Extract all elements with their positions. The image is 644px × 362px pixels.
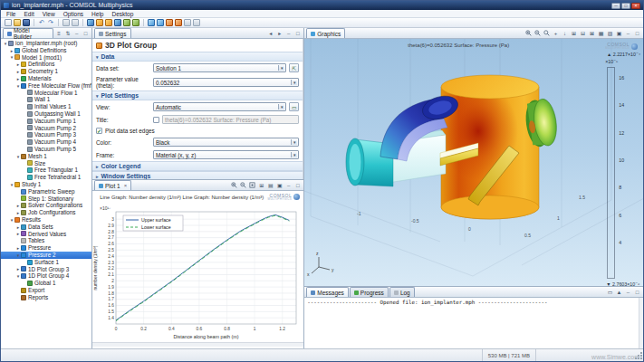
menu-file[interactable]: File — [6, 10, 15, 18]
msg-maximize-icon[interactable]: □ — [633, 288, 641, 296]
tree-node-free-triangular-1[interactable]: Free Triangular 1 — [1, 167, 91, 174]
settings-forward-icon[interactable]: ▸ — [275, 29, 284, 37]
gfx-view-yz-button[interactable]: ⊟ — [579, 29, 587, 37]
plot-maximize-icon[interactable]: □ — [293, 181, 302, 189]
frame-select[interactable]: Material (x, y, z) ▾ — [153, 150, 299, 159]
tree-node-global-definitions[interactable]: ▸Global Definitions — [1, 47, 91, 54]
tree-node-surface-1[interactable]: Surface 1 — [1, 259, 91, 266]
tree-node-global-1[interactable]: Global 1 — [1, 280, 91, 287]
plot-zoom-out-button[interactable] — [239, 181, 247, 189]
material-icon[interactable] — [105, 19, 112, 26]
settings-back-icon[interactable]: ◂ — [266, 29, 274, 37]
tree-node-vacuum-pump-4[interactable]: Vacuum Pump 4 — [1, 138, 91, 146]
tree-node-1d-plot-group-4[interactable]: ▾1D Plot Group 4 — [1, 272, 91, 280]
resize-grip[interactable] — [634, 351, 642, 359]
goto-source-button[interactable]: ⇱ — [289, 63, 299, 72]
model-wizard-icon[interactable] — [87, 19, 94, 26]
tree-node-study-1[interactable]: ▾Study 1 — [1, 181, 91, 188]
close-window-button[interactable]: × — [631, 3, 640, 9]
gfx-zoom-in-button[interactable] — [524, 29, 533, 37]
section-color-legend[interactable]: ▸ Color Legend — [92, 161, 303, 171]
mesh-icon[interactable] — [123, 19, 130, 26]
tree-collapse-icon[interactable]: ≡ — [55, 29, 63, 37]
gfx-view-xy-button[interactable]: ⊞ — [570, 29, 578, 37]
msg-warning-icon[interactable]: ▲ — [615, 288, 623, 296]
tree-node-job-configurations[interactable]: ▸Job Configurations — [1, 209, 91, 216]
tree-node-data-sets[interactable]: ▸Data Sets — [1, 224, 91, 231]
tree-node-solver-configurations[interactable]: ▸Solver Configurations — [1, 202, 91, 209]
plot-icon[interactable] — [175, 19, 182, 26]
tree-node-vacuum-pump-5[interactable]: Vacuum Pump 5 — [1, 146, 91, 153]
tree-node-free-molecular-flow-fmf[interactable]: ▾Free Molecular Flow (fmf) — [1, 82, 91, 90]
plot-zoom-in-button[interactable] — [230, 181, 238, 189]
panel-minimize-icon[interactable]: – — [72, 29, 81, 37]
menu-view[interactable]: View — [43, 10, 55, 18]
gfx-snapshot-button[interactable]: ▣ — [615, 29, 623, 37]
tree-node-geometry-1[interactable]: ▸Geometry 1 — [1, 68, 91, 75]
tree-node-step-1-stationary[interactable]: Step 1: Stationary — [1, 195, 91, 203]
tree-node-pressure-2[interactable]: ▾Pressure 2 — [1, 252, 91, 259]
plot-minimize-icon[interactable]: – — [284, 181, 293, 189]
undo-icon[interactable]: ↶ — [38, 19, 45, 26]
build-mesh-icon[interactable] — [132, 19, 139, 26]
dataset-select[interactable]: Solution 1 ▾ — [153, 63, 286, 72]
plot-axis-button[interactable]: ⊞ — [257, 181, 265, 189]
graphics-scene[interactable]: -1-0.500.511.5 zyx theta(6)=0.052632 Sur… — [304, 39, 643, 286]
tree-node-ion-implanter-mph-root[interactable]: ▾ion_implanter.mph (root) — [1, 40, 91, 47]
section-plot-settings[interactable]: ▾ Plot Settings — [92, 90, 303, 100]
geometry-icon[interactable] — [96, 19, 103, 26]
graphics-tab[interactable]: Graphics — [306, 28, 345, 38]
settings-tab[interactable]: Settings — [94, 28, 131, 38]
model-builder-tab[interactable]: Model Builder — [3, 28, 53, 38]
msg-clear-icon[interactable]: ▭ — [606, 288, 614, 296]
gfx-transparency-button[interactable]: ▨ — [606, 29, 614, 37]
paste-icon[interactable] — [72, 19, 79, 26]
gfx-view-xz-button[interactable]: ⊠ — [588, 29, 596, 37]
tree-node-initial-values-1[interactable]: Initial Values 1 — [1, 103, 91, 110]
messages-scrollbar[interactable] — [639, 298, 643, 348]
title-checkbox[interactable] — [153, 117, 159, 123]
tab-log[interactable]: Log — [389, 287, 415, 297]
section-data[interactable]: ▾ Data — [92, 52, 303, 62]
open-file-icon[interactable] — [14, 19, 21, 26]
save-icon[interactable] — [23, 19, 30, 26]
tree-node-vacuum-pump-3[interactable]: Vacuum Pump 3 — [1, 131, 91, 138]
gfx-zoom-extents-button[interactable] — [543, 29, 551, 37]
edges-checkbox[interactable] — [96, 128, 102, 134]
physics-icon[interactable] — [114, 19, 121, 26]
gfx-maximize-icon[interactable]: □ — [633, 29, 641, 37]
tree-node-1d-plot-group-3[interactable]: ▸1D Plot Group 3 — [1, 266, 91, 273]
tree-node-wall-1[interactable]: Wall 1 — [1, 96, 91, 103]
options-icon[interactable] — [184, 19, 191, 26]
color-select[interactable]: Black ▾ — [153, 138, 299, 147]
tree-node-vacuum-pump-1[interactable]: Vacuum Pump 1 — [1, 118, 91, 125]
tree-node-molecular-flow-1[interactable]: Molecular Flow 1 — [1, 90, 91, 97]
menu-edit[interactable]: Edit — [24, 10, 34, 18]
menu-options[interactable]: Options — [63, 10, 83, 18]
study-icon[interactable] — [157, 19, 164, 26]
tree-node-materials[interactable]: ▸Materials — [1, 75, 91, 82]
plot1-tab[interactable]: Plot 1 × — [94, 180, 131, 190]
compute-icon[interactable] — [148, 19, 155, 26]
plot-legend-button[interactable]: ▤ — [266, 181, 274, 189]
tree-node-results[interactable]: ▾Results — [1, 216, 91, 224]
tab-progress[interactable]: Progress — [350, 287, 389, 297]
gfx-scene-light-button[interactable]: ▦ — [597, 29, 605, 37]
tree-node-model-1-mod1[interactable]: ▾Model 1 (mod1) — [1, 54, 91, 62]
tree-node-size[interactable]: Size — [1, 160, 91, 167]
plot-image-export-button[interactable]: ▣ — [275, 181, 284, 189]
tree-node-reports[interactable]: Reports — [1, 294, 91, 301]
tree-node-export[interactable]: Export — [1, 287, 91, 294]
gfx-minimize-icon[interactable]: – — [624, 29, 632, 37]
copy-icon[interactable] — [62, 19, 70, 26]
gfx-go-to-view-button[interactable]: ↓ — [561, 29, 569, 37]
tree-node-vacuum-pump-2[interactable]: Vacuum Pump 2 — [1, 125, 91, 132]
tab-messages[interactable]: Messages — [306, 287, 349, 297]
tree-node-mesh-1[interactable]: ▾Mesh 1 — [1, 153, 91, 160]
close-plot-tab-icon[interactable]: × — [124, 183, 128, 188]
parameter-value-select[interactable]: 0.052632 ▾ — [153, 78, 299, 87]
settings-minimize-icon[interactable]: – — [284, 29, 293, 37]
minimize-window-button[interactable]: ─ — [611, 3, 620, 9]
msg-minimize-icon[interactable]: – — [624, 288, 632, 296]
tree-node-parametric-sweep[interactable]: Parametric Sweep — [1, 188, 91, 195]
